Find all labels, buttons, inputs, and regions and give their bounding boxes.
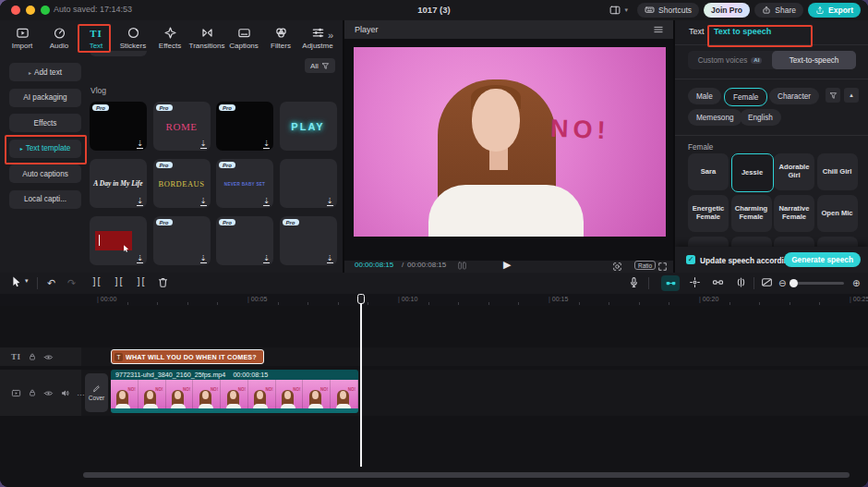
edit-cover-button[interactable]: Cover [85,373,108,412]
playhead-handle[interactable] [357,294,365,304]
template-tile[interactable]: Pro⇣ [280,216,337,265]
download-icon[interactable]: ⇣ [327,255,333,264]
tab-import[interactable]: Import [4,22,41,54]
voice-card-energetic-female[interactable]: Energetic Female [688,195,729,232]
template-tile[interactable]: Pro⇣ [153,216,211,265]
preview-axis-icon[interactable] [761,276,773,288]
link-clips-icon[interactable] [712,276,724,288]
collapse-chips-button[interactable]: ▴ [844,88,859,103]
download-icon[interactable]: ⇣ [137,140,143,150]
download-icon[interactable]: ⇣ [263,140,270,150]
download-icon[interactable]: ⇣ [263,255,270,264]
ratio-button[interactable]: Ratio [634,261,656,270]
template-tile[interactable]: ⇣ [90,216,147,265]
template-tile[interactable]: ProROME⇣ [153,102,211,151]
template-tile[interactable]: ⇣ [280,159,337,208]
text-to-speech-segment[interactable]: Text-to-speech [772,51,856,69]
download-icon[interactable]: ⇣ [137,255,143,264]
download-icon[interactable]: ⇣ [327,198,333,207]
chip-male[interactable]: Male [688,88,721,104]
download-icon[interactable]: ⇣ [200,140,207,150]
play-button[interactable]: ▶ [503,259,511,271]
template-tile[interactable]: A Day in My Life⇣ [90,159,147,208]
template-tile[interactable]: PLAY [280,102,337,151]
toggle-visibility-icon[interactable] [43,352,54,362]
tab-transitions[interactable]: Transitions [188,22,225,54]
redo-button[interactable]: ↷ [67,276,76,289]
voice-card-jessie[interactable]: Jessie [731,153,774,192]
track-more-icon[interactable]: … [77,388,85,397]
chip-character[interactable]: Character [769,88,819,104]
undo-button[interactable]: ↶ [47,276,55,289]
more-tabs-icon[interactable]: » [328,30,333,41]
delete-clip-button[interactable] [157,276,169,288]
sidebar-item-local-capti-[interactable]: Local capti... [9,190,81,209]
chip-female[interactable]: Female [724,88,767,106]
video-clip[interactable]: 9772311-uhd_3840_2160_25fps.mp4 00:00:08… [111,370,358,413]
fullscreen-icon[interactable] [657,262,668,272]
tab-text-properties[interactable]: Text [689,27,705,36]
record-voiceover-icon[interactable] [628,276,640,288]
tab-effects[interactable]: Effects [151,22,188,54]
split-button[interactable]: ][ [114,276,123,286]
chip-english[interactable]: English [740,109,781,126]
voice-card-charming-female[interactable]: Charming Female [731,195,772,232]
download-icon[interactable]: ⇣ [263,198,270,207]
select-tool-caret-icon[interactable]: ▾ [25,277,29,285]
sidebar-item-effects[interactable]: Effects [9,114,81,132]
template-tile[interactable]: Pro⇣ [216,216,273,265]
tab-captions[interactable]: Captions [225,22,262,54]
split-mode-icon[interactable] [735,276,747,288]
update-speech-checkbox[interactable]: ✓ [686,255,695,264]
template-tile[interactable]: Pro⇣ [90,102,147,151]
focus-frame-icon[interactable] [612,262,622,272]
shortcuts-button[interactable]: Shortcuts [637,3,699,18]
voice-card-adorable-girl[interactable]: Adorable Girl [774,153,814,190]
sidebar-item-auto-captions[interactable]: Auto captions [9,164,81,183]
custom-voices-segment[interactable]: Custom voices AI [688,51,772,69]
video-preview[interactable]: NO! [354,47,666,237]
voice-card-narrative-female[interactable]: Narrative Female [774,195,814,232]
tab-audio[interactable]: Audio [41,22,78,54]
chip-memesong[interactable]: Memesong [688,109,742,126]
sidebar-item-add-text[interactable]: ▸Add text [9,63,81,81]
mouse-mode-icon[interactable] [661,275,680,291]
template-tile[interactable]: ProNEVER BABY SET⇣ [216,159,273,208]
voice-filter-button[interactable] [826,88,840,103]
player-menu-icon[interactable] [653,24,664,35]
timeline-ruler[interactable]: |00:00|00:05|00:10|00:15|00:20|00:25 [0,294,868,306]
tab-filters[interactable]: Filters [262,22,299,54]
lock-track-icon[interactable] [28,352,37,361]
zoom-in-icon[interactable]: ⊕ [852,276,860,290]
tab-text[interactable]: TIText [78,22,115,54]
auto-snap-icon[interactable] [689,276,701,288]
timeline-zoom-slider[interactable] [790,282,844,285]
voice-card-chill-girl[interactable]: Chill Girl [817,153,858,190]
voice-card-open-mic[interactable]: Open Mic [817,195,858,232]
export-button[interactable]: Export [808,3,861,18]
text-clip[interactable]: T WHAT WILL YOU DO WHEN IT COMES? [111,349,264,364]
timeline-horizontal-scrollbar[interactable] [83,472,850,478]
lock-track-icon[interactable] [28,388,37,397]
generate-speech-button[interactable]: Generate speech [784,252,861,267]
sidebar-item-ai-packaging[interactable]: AI packaging [9,89,81,107]
split-left-button[interactable]: ][ [91,276,101,286]
split-right-button[interactable]: ][ [136,276,145,286]
toggle-visibility-icon[interactable] [43,388,54,398]
select-tool-icon[interactable] [9,275,22,288]
tab-text-to-speech[interactable]: Text to speech [714,27,771,36]
frame-columns-icon[interactable] [457,261,467,271]
tab-stickers[interactable]: Stickers [115,22,151,54]
template-tile[interactable]: ProBORDEAUS⇣ [153,159,211,208]
template-filter-button[interactable]: All [305,58,335,73]
mute-track-icon[interactable] [60,388,70,398]
download-icon[interactable]: ⇣ [200,198,207,207]
template-tile[interactable]: Pro⇣ [216,102,273,151]
zoom-slider-knob[interactable] [790,279,798,287]
zoom-out-icon[interactable]: ⊖ [778,276,786,290]
sidebar-item-text-template[interactable]: ▸Text template [9,140,81,158]
share-button[interactable]: Share [754,3,803,18]
join-pro-button[interactable]: Join Pro [704,3,750,18]
download-icon[interactable]: ⇣ [200,255,207,264]
download-icon[interactable]: ⇣ [137,198,143,207]
